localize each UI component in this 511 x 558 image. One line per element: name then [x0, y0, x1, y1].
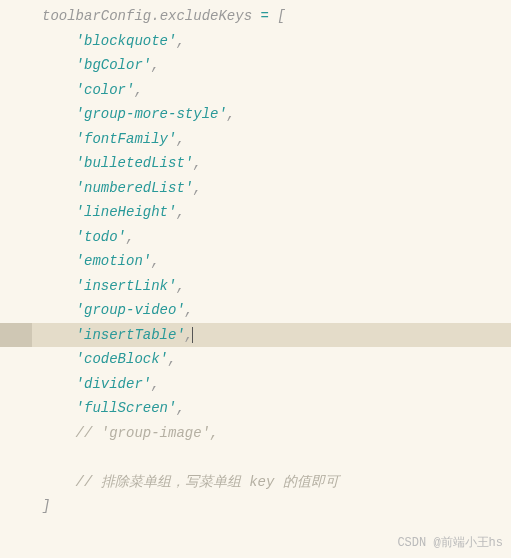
code-line-item: 'bulletedList', — [0, 151, 511, 176]
code-line-item-active: 'insertTable', — [0, 323, 511, 348]
watermark: CSDN @前端小王hs — [397, 533, 503, 554]
code-line-item: 'bgColor', — [0, 53, 511, 78]
code-line-item: 'codeBlock', — [0, 347, 511, 372]
code-line-item: 'color', — [0, 78, 511, 103]
code-line-comment: // 排除菜单组，写菜单组 key 的值即可 — [0, 470, 511, 495]
code-line-item: 'lineHeight', — [0, 200, 511, 225]
property-name: excludeKeys — [160, 8, 252, 24]
code-line-declaration: toolbarConfig.excludeKeys = [ — [0, 4, 511, 29]
code-line-item: 'todo', — [0, 225, 511, 250]
code-line-item: 'group-more-style', — [0, 102, 511, 127]
object-name: toolbarConfig — [42, 8, 151, 24]
gutter-highlight — [0, 323, 32, 348]
code-line-item: 'fullScreen', — [0, 396, 511, 421]
code-block: toolbarConfig.excludeKeys = [ 'blockquot… — [0, 4, 511, 519]
code-line-comment: // 'group-image', — [0, 421, 511, 446]
code-line-blank — [0, 445, 511, 470]
code-line-item: 'group-video', — [0, 298, 511, 323]
code-line-close: ] — [0, 494, 511, 519]
code-line-item: 'emotion', — [0, 249, 511, 274]
code-line-item: 'blockquote', — [0, 29, 511, 54]
code-line-item: 'numberedList', — [0, 176, 511, 201]
code-line-item: 'fontFamily', — [0, 127, 511, 152]
text-cursor — [192, 327, 193, 343]
code-line-item: 'insertLink', — [0, 274, 511, 299]
code-line-item: 'divider', — [0, 372, 511, 397]
